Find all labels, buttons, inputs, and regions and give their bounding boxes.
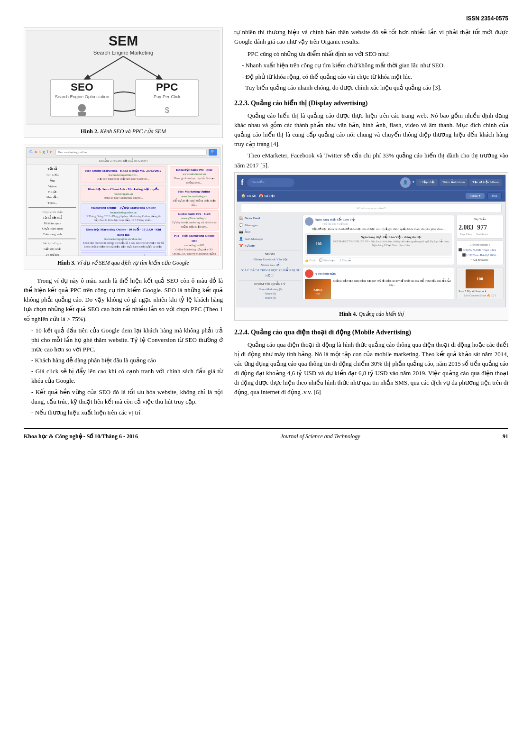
bullet-right-3: - Tuy biến quảng cáo nhanh chóng, đo đượ… [234, 83, 508, 92]
footer-left: Khoa học & Công nghệ - Số 10/Tháng 6 - 2… [24, 432, 138, 441]
figure-2-container: SEM Search Engine Marketing SEO [24, 28, 223, 138]
main-content: SEM Search Engine Marketing SEO [24, 28, 508, 419]
footer-page-number: 91 [503, 432, 508, 441]
figure-4-caption: Hình 4. Quảng cáo hiển thị [237, 310, 506, 318]
page-number: 91 [503, 433, 508, 440]
section-223-heading: 2.2.3. Quảng cáo hiển thị (Display adver… [234, 98, 508, 108]
bullet-left-2: - Khách hàng dễ dàng phân biệt đâu là qu… [24, 356, 223, 365]
body-para-right-2: PPC cũng có những ưu điểm nhất định so v… [234, 49, 508, 59]
svg-text:PPC: PPC [156, 81, 178, 93]
svg-text:SEM: SEM [109, 33, 138, 48]
issn-text: ISSN 2354-0575 [466, 15, 508, 22]
footer-journal-name: Journal of Science and Technology [280, 433, 360, 440]
bullet-right-2: - Độ phủ từ khóa rộng, có thể quảng cáo … [234, 72, 508, 82]
bullet-left-3: - Giá click sẽ bị đẩy lên cao khi có cạn… [24, 367, 223, 386]
bullet-left-4: - Kết quả bền vững của SEO đó là tối ưu … [24, 387, 223, 406]
section-224-heading: 2.2.4. Quảng cáo qua điện thoại di động … [234, 327, 508, 337]
body-para-left-1: Trong ví dụ này ô màu xanh là thể hiện k… [24, 276, 223, 324]
svg-text:$: $ [165, 106, 169, 114]
figure-4-image: f Tìm kiếm 👤 ▾ + Cập nhật [237, 175, 506, 307]
svg-text:Search Engine Marketing: Search Engine Marketing [93, 50, 154, 55]
search-header: G o o g l e Hoc marketing online 🔍 [27, 148, 220, 157]
right-column: tự nhiên thì thương hiệu và chính bản th… [234, 28, 508, 419]
footer-center: Journal of Science and Technology [280, 432, 360, 441]
page: ISSN 2354-0575 SEM Search Engine Marketi… [0, 0, 532, 756]
section-224: 2.2.4. Quảng cáo qua điện thoại di động … [234, 327, 508, 397]
figure-3-caption: Hình 3. Ví dụ về SEM qua dịch vụ tìm kiế… [26, 258, 220, 267]
bullet-left-5: - Nếu thương hiệu xuất hiện trên các vị … [24, 408, 223, 417]
issn-header: ISSN 2354-0575 [24, 14, 508, 23]
search-results-list: Hoc Online Marketing - Khóa ki hoạt MG 2… [79, 165, 168, 256]
svg-text:Pay-Per-Click: Pay-Per-Click [154, 94, 181, 99]
figure-2-caption: Hình 2. Kênh SEO và PPC của SEM [26, 127, 220, 136]
figure-4-container: f Tìm kiếm 👤 ▾ + Cập nhật [234, 172, 508, 321]
left-column: SEM Search Engine Marketing SEO [24, 28, 223, 419]
bullet-right-1: - Nhanh xuất hiện trên công cụ tìm kiếm … [234, 61, 508, 70]
body-para-right-1: tự nhiên thì thương hiệu và chính bản th… [234, 28, 508, 46]
search-mock: G o o g l e Hoc marketing online 🔍 Khoản… [27, 148, 220, 256]
footer-left-text: Khoa học & Công nghệ - Số 10/Tháng 6 - 2… [24, 433, 138, 440]
search-body: Tất cả Tìm kiếm Ảnh Videos Tin tức Mua s… [27, 165, 220, 256]
footer: Khoa học & Công nghệ - Số 10/Tháng 6 - 2… [24, 428, 508, 441]
svg-text:SEO: SEO [71, 81, 93, 93]
body-para-224: Quảng cáo qua điện thoại di động là hình… [234, 340, 508, 397]
search-left-nav: Tất cả Tìm kiếm Ảnh Videos Tin tức Mua s… [27, 165, 79, 256]
figure-3-container: G o o g l e Hoc marketing online 🔍 Khoản… [24, 145, 223, 269]
body-para-223b: Theo eMarketer, Facebook và Twitter sẽ c… [234, 151, 508, 170]
svg-rect-9 [78, 112, 86, 116]
bullet-left-1: - 10 kết quả đầu tiên của Google đem lại… [24, 326, 223, 354]
figure-2-image: SEM Search Engine Marketing SEO [26, 30, 220, 125]
body-para-223a: Quảng cáo hiển thị là quảng cáo được thự… [234, 111, 508, 149]
svg-text:Search Engine Optimization: Search Engine Optimization [55, 94, 109, 99]
figure-3-image: G o o g l e Hoc marketing online 🔍 Khoản… [26, 147, 220, 256]
svg-point-8 [78, 104, 86, 111]
